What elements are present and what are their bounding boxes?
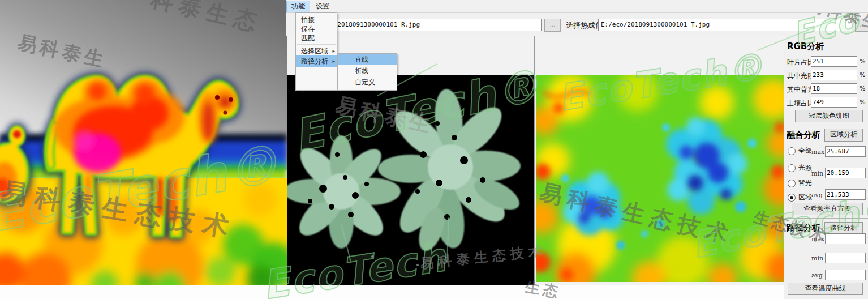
submenu-item-custom[interactable]: 自定义 <box>338 76 397 88</box>
menu-settings[interactable]: 设置 <box>311 1 334 12</box>
thermal-image-label: 选择热成像 <box>566 20 603 31</box>
frequency-histogram-button[interactable]: 查看频率直方图 <box>792 203 863 215</box>
temperature-curve-button[interactable]: 查看温度曲线 <box>788 283 863 295</box>
fusion-analysis-title: 融合分析 <box>787 130 820 140</box>
menu-item-path-analysis[interactable]: 路径分析 ▸ <box>296 55 337 67</box>
path-min-field[interactable] <box>825 253 866 263</box>
soil-ratio-unit: % <box>860 99 865 106</box>
menu-function[interactable]: 功能 <box>286 1 310 12</box>
menu-item-save[interactable]: 保存 <box>296 24 337 33</box>
section-divider <box>785 125 868 125</box>
soil-ratio-label: 土壤占比 <box>787 99 814 108</box>
path-analysis-title: 路径分析 <box>787 223 820 233</box>
path-max-field[interactable] <box>825 233 866 244</box>
path-avg-field[interactable] <box>825 270 866 280</box>
soil-ratio-field[interactable] <box>811 97 857 108</box>
panel-divider <box>534 36 535 299</box>
thermal-browse-button[interactable]: ... <box>855 19 868 32</box>
region-analysis-button[interactable]: 区域分析 <box>824 129 863 142</box>
fusion-min-label: min <box>811 170 823 177</box>
bottom-strip <box>0 285 784 299</box>
submenu-item-straight-line[interactable]: 直线 <box>338 54 397 65</box>
thermal-image-path-field[interactable] <box>598 19 852 31</box>
rgb-analysis-title: RGB分析 <box>787 41 824 52</box>
radio-circle-icon <box>788 164 796 172</box>
rgb-browse-button[interactable]: ... <box>544 19 561 32</box>
app-window: ... 选择热成像 ... 功能 设置 拍摄 保存 匹配 选择区域 ▸ 路径分析… <box>0 0 868 299</box>
plant-thermal-svg <box>536 75 784 282</box>
radio-circle-icon <box>788 147 796 155</box>
path-max-label: max <box>811 236 824 243</box>
analysis-panel: RGB分析 叶片占比 % 其中光照 % 其中背光 % 土壤占比 % 冠层颜色饼图… <box>784 36 868 299</box>
lit-ratio-field[interactable] <box>811 70 857 80</box>
radio-circle-icon <box>788 180 796 187</box>
fusion-avg-label: avg <box>811 191 823 199</box>
plant-rgb-image[interactable] <box>287 75 534 286</box>
lit-ratio-label: 其中光照 <box>787 71 814 81</box>
menu-item-select-region[interactable]: 选择区域 ▸ <box>296 46 337 55</box>
menu-separator <box>297 44 336 45</box>
function-dropdown-menu: 拍摄 保存 匹配 选择区域 ▸ 路径分析 ▸ <box>295 12 337 91</box>
radio-circle-selected-icon <box>788 194 796 202</box>
submenu-arrow-icon: ▸ <box>332 55 335 67</box>
radio-lit[interactable]: 光照 <box>788 163 812 173</box>
shaded-ratio-unit: % <box>860 85 865 92</box>
section-divider <box>785 218 868 219</box>
shaded-ratio-field[interactable] <box>811 83 857 94</box>
submenu-item-polyline[interactable]: 折线 <box>338 65 397 76</box>
menu-item-match[interactable]: 匹配 <box>296 33 337 42</box>
leaf-ratio-label: 叶片占比 <box>787 58 814 67</box>
leaf-ratio-unit: % <box>860 58 865 65</box>
camel-thermal-svg <box>0 0 287 286</box>
leaf-ratio-field[interactable] <box>811 56 857 67</box>
path-avg-label: avg <box>811 272 823 279</box>
fusion-max-field[interactable] <box>825 146 866 157</box>
radio-region[interactable]: 区域 <box>788 193 812 202</box>
menu-item-capture[interactable]: 拍摄 <box>296 15 337 24</box>
shaded-ratio-label: 其中背光 <box>787 85 814 95</box>
fusion-min-field[interactable] <box>825 168 866 178</box>
path-min-label: min <box>811 255 823 262</box>
radio-shaded[interactable]: 背光 <box>788 178 812 188</box>
camel-thermal-image <box>0 0 287 286</box>
path-analysis-submenu: 直线 折线 自定义 <box>337 53 397 91</box>
radio-all[interactable]: 全部 <box>788 146 812 156</box>
plant-rgb-svg <box>287 75 534 286</box>
submenu-arrow-icon: ▸ <box>332 46 335 55</box>
lit-ratio-unit: % <box>860 71 865 79</box>
fusion-avg-field[interactable] <box>825 189 866 200</box>
menu-bar: 功能 设置 <box>286 0 868 13</box>
plant-thermal-image[interactable] <box>536 75 784 282</box>
file-selection-bar: ... 选择热成像 ... <box>286 12 868 36</box>
rgb-image-path-field[interactable] <box>308 19 542 31</box>
canopy-color-pie-button[interactable]: 冠层颜色饼图 <box>795 110 863 122</box>
fusion-max-label: max <box>811 148 824 156</box>
